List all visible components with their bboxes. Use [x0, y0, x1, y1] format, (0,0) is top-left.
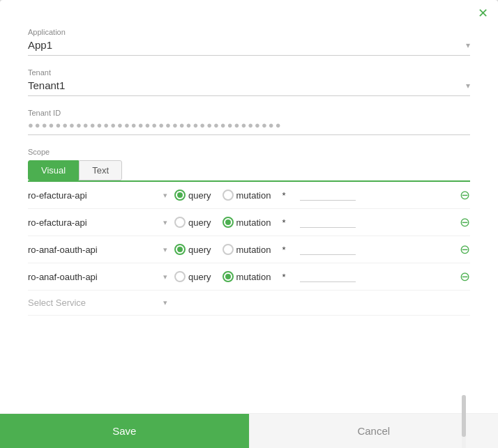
- application-field: Application App1 ▾: [28, 28, 470, 56]
- modal-body: Application App1 ▾ Tenant Tenant1 ▾ Tena…: [0, 0, 498, 413]
- query-label-1: query: [188, 190, 211, 201]
- scope-asterisk-2: *: [282, 217, 292, 228]
- scope-field: Scope Visual Text ro-efactura-api ▾: [28, 148, 470, 316]
- query-label-2: query: [188, 217, 211, 228]
- tenant-value: Tenant1: [28, 79, 466, 91]
- mutation-label-2: mutation: [236, 217, 271, 228]
- tenant-id-value: ●●●●●●●●●●●●●●●●●●●●●●●●●●●●●●●●●●●●●: [28, 120, 470, 130]
- service-dropdown-icon-1: ▾: [163, 191, 167, 200]
- tenant-id-row: ●●●●●●●●●●●●●●●●●●●●●●●●●●●●●●●●●●●●●: [28, 120, 470, 135]
- service-name-2: ro-efactura-api: [28, 217, 160, 228]
- application-dropdown-icon: ▾: [466, 40, 470, 50]
- query-radio-circle-1: [174, 190, 186, 201]
- query-radio-2[interactable]: query: [174, 217, 211, 228]
- query-radio-3[interactable]: query: [174, 244, 211, 255]
- service-select-4[interactable]: ro-anaf-oauth-api ▾: [28, 272, 167, 282]
- service-select-1[interactable]: ro-efactura-api ▾: [28, 190, 167, 201]
- mutation-label-3: mutation: [236, 245, 271, 255]
- service-select-2[interactable]: ro-efactura-api ▾: [28, 217, 167, 228]
- mutation-radio-1[interactable]: mutation: [222, 190, 271, 201]
- service-name-3: ro-anaf-oauth-api: [28, 245, 160, 255]
- service-dropdown-icon-3: ▾: [163, 245, 167, 254]
- scope-asterisk-1: *: [282, 190, 292, 201]
- mutation-radio-circle-3: [222, 244, 234, 255]
- scope-input-2[interactable]: [300, 217, 356, 228]
- mutation-radio-2[interactable]: mutation: [222, 217, 271, 228]
- service-name-4: ro-anaf-oauth-api: [28, 272, 160, 282]
- application-label: Application: [28, 28, 470, 36]
- mutation-radio-circle-4: [222, 271, 234, 282]
- tenant-field: Tenant Tenant1 ▾: [28, 68, 470, 96]
- save-button[interactable]: Save: [0, 414, 249, 448]
- mutation-radio-3[interactable]: mutation: [222, 244, 271, 255]
- query-radio-circle-2: [174, 217, 186, 228]
- table-row: ro-efactura-api ▾ query mutation: [28, 182, 470, 209]
- scope-label: Scope: [28, 148, 470, 156]
- tenant-dropdown-icon: ▾: [466, 81, 470, 91]
- modal-container: ✕ Application App1 ▾ Tenant Tenant1 ▾ Te…: [0, 0, 498, 448]
- cancel-button[interactable]: Cancel: [249, 414, 499, 448]
- query-label-3: query: [188, 245, 211, 255]
- radio-group-3: query mutation *: [174, 244, 453, 255]
- application-select[interactable]: App1 ▾: [28, 39, 470, 56]
- radio-group-1: query mutation *: [174, 190, 453, 201]
- select-service-dropdown-icon: ▾: [163, 298, 167, 307]
- tenant-id-label: Tenant ID: [28, 109, 470, 117]
- service-select-3[interactable]: ro-anaf-oauth-api ▾: [28, 245, 167, 255]
- remove-button-3[interactable]: ⊖: [460, 243, 470, 256]
- scope-table: ro-efactura-api ▾ query mutation: [28, 180, 470, 316]
- query-label-4: query: [188, 272, 211, 282]
- remove-button-2[interactable]: ⊖: [460, 216, 470, 229]
- mutation-radio-4[interactable]: mutation: [222, 271, 271, 282]
- tab-text[interactable]: Text: [79, 160, 122, 180]
- mutation-label-4: mutation: [236, 272, 271, 282]
- radio-group-2: query mutation *: [174, 217, 453, 228]
- tenant-select[interactable]: Tenant1 ▾: [28, 79, 470, 96]
- query-radio-circle-4: [174, 271, 186, 282]
- service-dropdown-icon-2: ▾: [163, 218, 167, 227]
- radio-group-4: query mutation *: [174, 271, 453, 282]
- select-service-dropdown[interactable]: Select Service ▾: [28, 298, 167, 308]
- add-service-row: Select Service ▾: [28, 291, 470, 316]
- query-radio-4[interactable]: query: [174, 271, 211, 282]
- select-service-placeholder: Select Service: [28, 298, 160, 308]
- mutation-label-1: mutation: [236, 190, 271, 201]
- mutation-radio-circle-1: [222, 190, 234, 201]
- tab-visual[interactable]: Visual: [28, 160, 79, 180]
- remove-button-1[interactable]: ⊖: [460, 189, 470, 201]
- query-radio-1[interactable]: query: [174, 190, 211, 201]
- tenant-label: Tenant: [28, 68, 470, 77]
- service-dropdown-icon-4: ▾: [163, 272, 167, 281]
- scope-input-1[interactable]: [300, 190, 356, 201]
- scrollbar-track: [462, 395, 466, 448]
- scope-content: ro-efactura-api ▾ query mutation: [28, 180, 470, 316]
- scrollbar-thumb[interactable]: [462, 395, 466, 437]
- application-value: App1: [28, 39, 466, 51]
- table-row: ro-efactura-api ▾ query mutation: [28, 209, 470, 236]
- service-name-1: ro-efactura-api: [28, 190, 160, 201]
- scope-asterisk-4: *: [282, 272, 292, 282]
- scope-input-3[interactable]: [300, 244, 356, 255]
- remove-button-4[interactable]: ⊖: [460, 270, 470, 283]
- close-button[interactable]: ✕: [478, 7, 488, 20]
- scope-input-4[interactable]: [300, 271, 356, 282]
- table-row: ro-anaf-oauth-api ▾ query mutation: [28, 236, 470, 263]
- scope-asterisk-3: *: [282, 245, 292, 255]
- modal-footer: Save Cancel: [0, 413, 498, 448]
- query-radio-circle-3: [174, 244, 186, 255]
- table-row: ro-anaf-oauth-api ▾ query mutation: [28, 263, 470, 291]
- scope-tabs: Visual Text: [28, 160, 470, 180]
- mutation-radio-circle-2: [222, 217, 234, 228]
- tenant-id-field: Tenant ID ●●●●●●●●●●●●●●●●●●●●●●●●●●●●●●…: [28, 109, 470, 135]
